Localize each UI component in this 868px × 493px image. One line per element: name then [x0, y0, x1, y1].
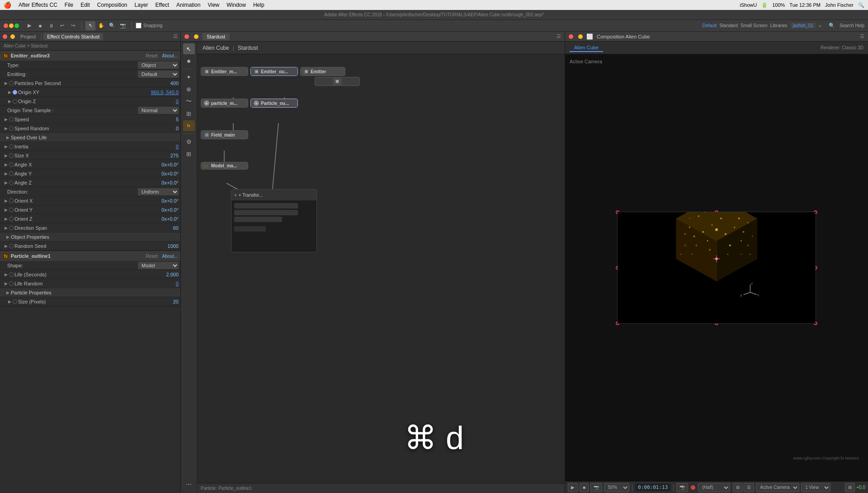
lr-value[interactable]: 0	[151, 281, 179, 286]
node-tool-particle[interactable]: ⊕	[183, 84, 195, 95]
az-value[interactable]: 0x+0.0°	[151, 180, 179, 185]
node-emitter-outline[interactable]: ⊞ Emitter_ou...	[250, 67, 298, 76]
life-expand[interactable]: ▶	[4, 272, 8, 277]
oz2-anim-dot[interactable]	[9, 217, 14, 221]
ay-anim-dot[interactable]	[9, 171, 14, 176]
lr-anim-dot[interactable]	[9, 281, 14, 286]
shape-dropdown[interactable]: Model Sphere	[138, 262, 179, 269]
ay-value[interactable]: 0x+0.0°	[151, 171, 179, 176]
sx-expand[interactable]: ▶	[4, 153, 8, 158]
menu-view[interactable]: View	[208, 2, 219, 8]
menu-help[interactable]: Help	[253, 2, 264, 8]
composition-view[interactable]: Active Camera	[565, 54, 868, 481]
transform-area[interactable]: + + Transfor...	[231, 189, 317, 252]
comp-panel-menu[interactable]: ☰	[860, 33, 864, 39]
sr-expand[interactable]: ▶	[4, 126, 8, 131]
az-anim-dot[interactable]	[9, 180, 14, 185]
oxy-value[interactable]: 960.0, 540.0	[151, 90, 179, 95]
preview-stop-btn[interactable]: ■	[580, 483, 589, 492]
node-emitter-main[interactable]: ⊞ Emitter_m...	[201, 67, 248, 76]
transform-row1[interactable]	[234, 203, 298, 209]
fx-emitter-header[interactable]: fx Emitter_outline3 Reset About...	[0, 51, 180, 61]
camera-select[interactable]: Active Camera	[756, 483, 799, 492]
preview-cam-btn[interactable]: 📷	[590, 483, 602, 492]
apple-menu[interactable]: 🍎	[4, 1, 11, 9]
ox-value[interactable]: 0x+0.0°	[151, 198, 179, 204]
oy-expand[interactable]: ▶	[4, 208, 8, 212]
fx-particle-header[interactable]: fx Particle_outline1 Reset About...	[0, 251, 180, 261]
sx-value[interactable]: 275	[151, 153, 179, 158]
workspace-expand[interactable]: »	[819, 23, 821, 28]
oy-anim-dot[interactable]	[9, 208, 14, 212]
project-tab[interactable]: Project	[17, 33, 39, 40]
node-particle-outline[interactable]: ● Particle_ou...	[250, 99, 298, 108]
node-tool-plus[interactable]: ⊞	[183, 108, 195, 119]
inertia-value[interactable]: 0	[151, 144, 179, 149]
effect-controls-tab[interactable]: Effect Controls Stardust	[43, 33, 103, 40]
menu-layer[interactable]: Layer	[135, 2, 148, 8]
menu-window[interactable]: Window	[226, 2, 246, 8]
menu-animation[interactable]: Animation	[176, 2, 200, 8]
stardust-tab[interactable]: Stardust	[202, 33, 230, 40]
oxy-expand[interactable]: ▶	[7, 90, 12, 95]
stardust-minimize[interactable]	[194, 34, 198, 39]
ox-expand[interactable]: ▶	[4, 199, 8, 203]
transform-row3[interactable]	[234, 217, 282, 222]
node-tool-fx[interactable]: fx	[183, 120, 195, 131]
life-value[interactable]: 2.000	[151, 272, 179, 277]
maximize-window-btn[interactable]	[14, 24, 19, 28]
sr-value[interactable]: 0	[151, 126, 179, 131]
comp-close-btn[interactable]	[569, 34, 573, 39]
rs-value[interactable]: 1000	[151, 243, 179, 249]
panel-menu-icon[interactable]: ☰	[173, 33, 178, 39]
toolbar-undo-btn[interactable]: ↩	[57, 21, 67, 30]
snapshot-btn[interactable]: 📸	[676, 483, 688, 492]
oxy-anim-dot[interactable]	[13, 90, 17, 95]
pps-anim-dot[interactable]	[9, 81, 14, 85]
fx-particle-reset[interactable]: Reset	[146, 254, 157, 259]
inertia-anim-dot[interactable]	[9, 144, 14, 149]
workspace-small[interactable]: Small Screen	[741, 23, 767, 28]
viewer-grid-btn[interactable]: ⊞	[733, 483, 743, 492]
app-name[interactable]: After Effects CC	[19, 2, 57, 8]
oz-anim-dot[interactable]	[13, 99, 17, 104]
rs-expand[interactable]: ▶	[4, 244, 8, 248]
node-canvas[interactable]: ⊞ Emitter_m... ⊞ Emitter_ou...	[197, 54, 565, 483]
node-tool-more[interactable]: ⋯	[183, 479, 195, 489]
speed-value[interactable]: 5	[151, 117, 179, 122]
ax-anim-dot[interactable]	[9, 162, 14, 167]
zoom-select[interactable]: 50% 100% 25%	[604, 483, 629, 492]
speed-anim-dot[interactable]	[9, 117, 14, 122]
ds-anim-dot[interactable]	[9, 226, 14, 230]
menu-file[interactable]: File	[65, 2, 73, 8]
effect-controls-scroll[interactable]: fx Emitter_outline3 Reset About... Type:…	[0, 51, 180, 493]
stardust-close[interactable]	[184, 34, 189, 39]
lr-expand[interactable]: ▶	[4, 281, 8, 286]
workspace-jasfish[interactable]: jasfish_01	[790, 23, 816, 28]
snapping-checkbox[interactable]	[136, 23, 142, 28]
fx-particle-about[interactable]: About...	[162, 254, 178, 259]
sp-value[interactable]: 20	[151, 299, 179, 304]
pps-value[interactable]: 400	[151, 81, 179, 86]
close-window-btn[interactable]	[4, 24, 8, 28]
sol-expand[interactable]: ▶	[5, 135, 10, 140]
node-tool-grid[interactable]: ⊞	[183, 148, 195, 159]
viewer-guide-btn[interactable]: ☰	[744, 483, 754, 492]
search-icon[interactable]: 🔍	[858, 2, 864, 8]
op-expand[interactable]: ▶	[5, 235, 10, 239]
az-expand[interactable]: ▶	[4, 180, 8, 185]
sp-anim-dot[interactable]	[13, 299, 17, 304]
sp-expand[interactable]: ▶	[7, 299, 12, 304]
node-emitter2[interactable]: ⊞ Emitter	[300, 67, 345, 76]
oz-expand[interactable]: ▶	[7, 99, 12, 104]
workspace-default[interactable]: Default	[703, 23, 717, 28]
pps-expand[interactable]: ▶	[4, 81, 8, 85]
oz2-value[interactable]: 0x+0.0°	[151, 216, 179, 222]
ds-expand[interactable]: ▶	[4, 226, 8, 230]
menu-edit[interactable]: Edit	[80, 2, 90, 8]
record-btn[interactable]	[691, 485, 695, 490]
workspace-standard[interactable]: Standard	[719, 23, 738, 28]
toolbar-ram-preview-btn[interactable]: ⏸	[46, 21, 56, 30]
sx-anim-dot[interactable]	[9, 153, 14, 158]
fx-emitter-about[interactable]: About...	[162, 53, 178, 58]
